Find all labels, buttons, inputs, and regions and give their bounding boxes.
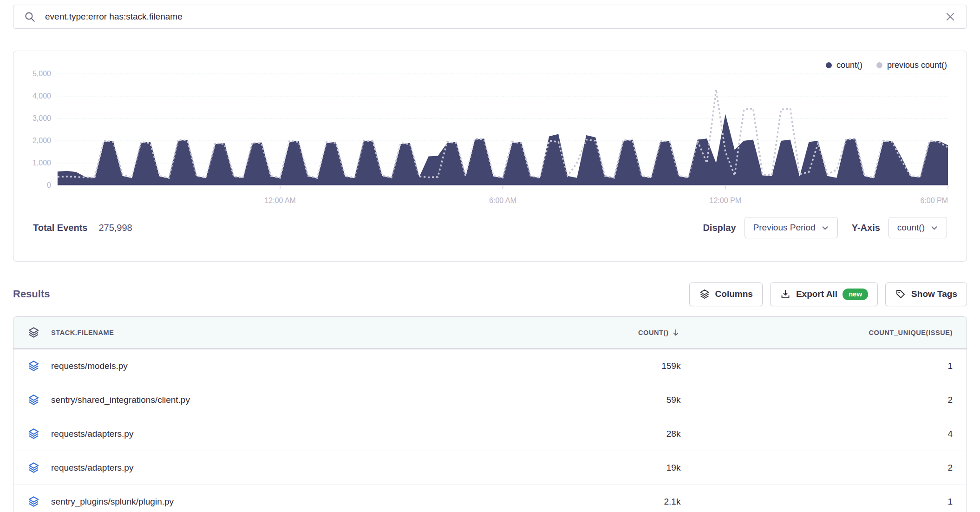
- stack-icon: [27, 360, 40, 372]
- yaxis-dropdown[interactable]: count(): [889, 217, 947, 238]
- search-input[interactable]: [44, 11, 936, 22]
- svg-text:2,000: 2,000: [33, 137, 51, 144]
- table-row[interactable]: requests/adapters.py28k4: [13, 417, 967, 451]
- results-header-row: Results Columns Export All new Show Tags: [13, 282, 967, 306]
- svg-text:1,000: 1,000: [33, 159, 51, 167]
- filename-cell[interactable]: requests/adapters.py: [51, 429, 133, 439]
- header-count-unique[interactable]: COUNT_UNIQUE(ISSUE): [680, 329, 967, 336]
- filename-cell[interactable]: sentry_plugins/splunk/plugin.py: [51, 497, 174, 507]
- columns-button-label: Columns: [715, 289, 753, 299]
- results-toolbar: Columns Export All new Show Tags: [689, 282, 967, 306]
- svg-text:0: 0: [47, 181, 51, 189]
- table-body: requests/models.py159k1sentry/shared_int…: [13, 349, 967, 512]
- total-events-label: Total Events: [33, 223, 87, 233]
- columns-button[interactable]: Columns: [689, 282, 763, 306]
- clear-search-icon[interactable]: [944, 11, 956, 23]
- display-dropdown-value: Previous Period: [753, 223, 816, 233]
- discover-page: count()previous count() 01,0002,0003,000…: [0, 0, 980, 512]
- unique-cell: 2: [680, 395, 967, 405]
- tag-icon: [895, 289, 906, 300]
- stack-icon: [27, 427, 40, 440]
- display-label: Display: [703, 223, 736, 233]
- sort-desc-icon: [671, 328, 680, 337]
- total-events: Total Events 275,998: [33, 223, 132, 233]
- chart-controls: Display Previous Period Y-Axis count(): [703, 217, 947, 238]
- table-header-row: STACK.FILENAME COUNT() COUNT_UNIQUE(ISSU…: [13, 317, 967, 349]
- show-tags-button-label: Show Tags: [911, 289, 957, 299]
- legend-item[interactable]: count(): [826, 60, 862, 70]
- search-bar[interactable]: [13, 5, 967, 29]
- table-row[interactable]: requests/adapters.py19k2: [13, 451, 967, 485]
- header-stack-filename[interactable]: STACK.FILENAME: [13, 326, 604, 339]
- legend-label: previous count(): [887, 60, 947, 70]
- legend-label: count(): [836, 60, 862, 70]
- filename-cell[interactable]: sentry/shared_integrations/client.py: [51, 395, 190, 405]
- filename-cell[interactable]: requests/adapters.py: [51, 463, 133, 473]
- new-badge: new: [843, 289, 868, 300]
- table-row[interactable]: requests/models.py159k1: [13, 349, 967, 383]
- results-table: STACK.FILENAME COUNT() COUNT_UNIQUE(ISSU…: [13, 316, 967, 512]
- yaxis-dropdown-value: count(): [897, 223, 925, 233]
- results-title: Results: [13, 288, 50, 300]
- unique-cell: 1: [680, 361, 967, 371]
- count-cell: 2.1k: [604, 497, 680, 507]
- stack-icon: [27, 461, 40, 474]
- export-all-button-label: Export All: [796, 289, 837, 299]
- svg-text:3,000: 3,000: [33, 114, 51, 122]
- count-cell: 28k: [604, 429, 680, 439]
- layers-icon: [699, 289, 710, 300]
- search-icon: [24, 11, 36, 23]
- stack-icon: [27, 394, 40, 406]
- yaxis-label: Y-Axis: [852, 223, 880, 233]
- display-dropdown[interactable]: Previous Period: [745, 217, 838, 238]
- events-chart-card: count()previous count() 01,0002,0003,000…: [13, 51, 967, 262]
- layers-icon: [27, 326, 40, 339]
- unique-cell: 4: [680, 429, 967, 439]
- show-tags-button[interactable]: Show Tags: [885, 282, 967, 306]
- header-filename-label: STACK.FILENAME: [51, 329, 114, 336]
- count-cell: 159k: [604, 361, 680, 371]
- total-events-value: 275,998: [98, 223, 132, 233]
- svg-text:12:00 AM: 12:00 AM: [264, 197, 296, 204]
- unique-cell: 2: [680, 463, 967, 473]
- svg-text:12:00 PM: 12:00 PM: [710, 197, 741, 204]
- chevron-down-icon: [821, 224, 829, 232]
- svg-text:4,000: 4,000: [33, 92, 51, 100]
- header-count-unique-label: COUNT_UNIQUE(ISSUE): [869, 329, 953, 336]
- events-chart[interactable]: 01,0002,0003,0004,0005,00012:00 AM6:00 A…: [13, 70, 967, 210]
- unique-cell: 1: [680, 497, 967, 507]
- area-chart-canvas[interactable]: 01,0002,0003,0004,0005,00012:00 AM6:00 A…: [13, 70, 967, 210]
- chevron-down-icon: [930, 224, 938, 232]
- download-icon: [780, 289, 791, 300]
- count-cell: 59k: [604, 395, 680, 405]
- filename-cell[interactable]: requests/models.py: [51, 361, 128, 371]
- export-all-button[interactable]: Export All new: [770, 282, 878, 306]
- table-row[interactable]: sentry/shared_integrations/client.py59k2: [13, 383, 967, 417]
- legend-dot: [826, 62, 832, 68]
- chart-legend: count()previous count(): [13, 51, 967, 70]
- legend-dot: [876, 62, 882, 68]
- header-count[interactable]: COUNT(): [604, 328, 680, 337]
- legend-item[interactable]: previous count(): [876, 60, 947, 70]
- header-count-label: COUNT(): [638, 329, 668, 336]
- svg-text:5,000: 5,000: [33, 70, 51, 78]
- chart-footer: Total Events 275,998 Display Previous Pe…: [13, 210, 967, 246]
- count-cell: 19k: [604, 463, 680, 473]
- svg-text:6:00 PM: 6:00 PM: [921, 197, 948, 204]
- stack-icon: [27, 495, 40, 508]
- svg-text:6:00 AM: 6:00 AM: [489, 197, 516, 204]
- table-row[interactable]: sentry_plugins/splunk/plugin.py2.1k1: [13, 485, 967, 512]
